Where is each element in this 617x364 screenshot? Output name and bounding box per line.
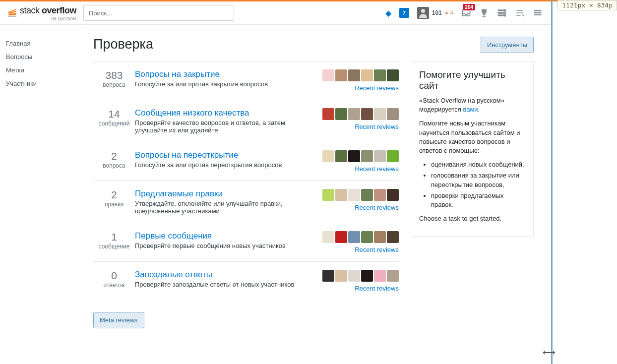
svg-rect-4 bbox=[534, 14, 542, 16]
queue-count: 14 bbox=[93, 108, 135, 120]
reviewer-avatar[interactable] bbox=[322, 189, 334, 201]
user-avatar-icon bbox=[417, 7, 429, 19]
reviewer-avatar[interactable] bbox=[361, 108, 373, 120]
queue-title-link[interactable]: Предлагаемые правки bbox=[135, 189, 223, 198]
queue-count-unit: правки bbox=[93, 201, 135, 208]
reviewer-avatar[interactable] bbox=[322, 108, 334, 120]
queue-description: Проверяйте запоздалые ответы от новых уч… bbox=[135, 281, 309, 288]
queue-description: Голосуйте за или против закрытия вопросо… bbox=[135, 80, 309, 88]
reviewer-avatar[interactable] bbox=[387, 231, 399, 243]
reviewer-avatar[interactable] bbox=[374, 108, 386, 120]
search-input[interactable] bbox=[83, 5, 234, 21]
recent-reviews-link[interactable]: Recent reviews bbox=[355, 204, 399, 211]
nav-users[interactable]: Участники bbox=[6, 77, 81, 90]
queue-title-link[interactable]: Сообщения низкого качества bbox=[135, 108, 249, 118]
queue-title-link[interactable]: Первые сообщения bbox=[135, 231, 212, 241]
inbox-icon[interactable]: 204 bbox=[461, 8, 471, 18]
user-profile-link[interactable]: 101 ● 4 bbox=[417, 7, 453, 19]
reviewer-avatar[interactable] bbox=[387, 150, 399, 162]
reviewer-avatar[interactable] bbox=[348, 69, 360, 81]
reviewer-avatar[interactable] bbox=[361, 150, 373, 162]
help-icon[interactable] bbox=[497, 8, 507, 18]
svg-rect-2 bbox=[534, 10, 542, 11]
achievements-icon[interactable] bbox=[479, 8, 489, 18]
sidebar-bullet: проверки предлагаемых правок. bbox=[431, 191, 525, 209]
list-icon[interactable] bbox=[533, 8, 543, 18]
help-sidebar: Помогите улучшить сайт «Stack Overflow н… bbox=[411, 61, 534, 237]
recent-reviews-link[interactable]: Recent reviews bbox=[355, 165, 399, 173]
reviewer-avatar[interactable] bbox=[374, 189, 386, 201]
reviewer-avatar[interactable] bbox=[361, 189, 373, 201]
reviewer-avatar[interactable] bbox=[322, 150, 334, 162]
queue-description: Проверяйте первые сообщения новых участн… bbox=[135, 242, 309, 249]
queue-title-link[interactable]: Вопросы на переоткрытие bbox=[135, 150, 238, 160]
logo-icon bbox=[7, 5, 18, 17]
review-queue-item: 2 правки Предлагаемые правки Утверждайте… bbox=[93, 181, 399, 223]
reviewer-avatar[interactable] bbox=[335, 231, 347, 243]
review-queue-item: 0 ответов Запоздалые ответы Проверяйте з… bbox=[93, 261, 399, 300]
sidebar-bullet: оценивания новых сообщений, bbox=[431, 160, 525, 169]
reviewer-avatar[interactable] bbox=[322, 69, 334, 81]
reviewer-avatar[interactable] bbox=[374, 150, 386, 162]
reviewer-avatar[interactable] bbox=[348, 108, 360, 120]
se-icon[interactable] bbox=[515, 8, 525, 18]
reviewer-avatar[interactable] bbox=[335, 150, 347, 162]
queue-count: 383 bbox=[93, 69, 135, 81]
site-logo[interactable]: stack overflow на русском bbox=[0, 5, 83, 21]
reviewer-avatar[interactable] bbox=[348, 189, 360, 201]
svg-point-0 bbox=[421, 9, 425, 13]
review-queue-item: 383 вопроса Вопросы на закрытие Голосуйт… bbox=[93, 61, 399, 100]
reviewer-avatar[interactable] bbox=[335, 69, 347, 81]
queue-title-link[interactable]: Запоздалые ответы bbox=[135, 270, 212, 279]
queue-description: Голосуйте за или против переоткрытия воп… bbox=[135, 161, 309, 169]
queue-count: 1 bbox=[93, 231, 135, 243]
queue-description: Утверждайте, отклоняйте или улучшайте пр… bbox=[135, 200, 309, 215]
reviewer-avatar[interactable] bbox=[361, 69, 373, 81]
reviewer-avatar[interactable] bbox=[374, 231, 386, 243]
reviewer-avatar[interactable] bbox=[322, 231, 334, 243]
svg-point-1 bbox=[503, 14, 506, 17]
reviewer-avatar[interactable] bbox=[361, 231, 373, 243]
reviewer-avatar[interactable] bbox=[348, 270, 360, 282]
svg-rect-3 bbox=[534, 12, 542, 13]
sidebar-bullet: голосования за закрытие или переоткрытие… bbox=[431, 171, 525, 189]
queue-count-unit: сообщений bbox=[93, 120, 135, 127]
reviewer-avatar[interactable] bbox=[348, 150, 360, 162]
reviewer-avatar[interactable] bbox=[335, 189, 347, 201]
queue-title-link[interactable]: Вопросы на закрытие bbox=[135, 69, 220, 79]
queue-count: 0 bbox=[93, 270, 135, 282]
reviewer-avatar[interactable] bbox=[335, 270, 347, 282]
logo-text: stack overflow bbox=[20, 5, 76, 16]
reviewer-avatar[interactable] bbox=[387, 270, 399, 282]
recent-reviews-link[interactable]: Recent reviews bbox=[355, 285, 399, 292]
page-title: Проверка bbox=[93, 37, 153, 52]
nav-home[interactable]: Главная bbox=[6, 37, 81, 50]
reviewer-avatar[interactable] bbox=[335, 108, 347, 120]
queue-count: 2 bbox=[93, 189, 135, 201]
left-sidebar: Главная Вопросы Метки Участники bbox=[0, 25, 81, 362]
review-queue-item: 2 вопроса Вопросы на переоткрытие Голосу… bbox=[93, 142, 399, 181]
reviewer-avatar[interactable] bbox=[322, 270, 334, 282]
logo-subtitle: на русском bbox=[51, 16, 76, 21]
nav-questions[interactable]: Вопросы bbox=[6, 50, 81, 63]
recent-reviews-link[interactable]: Recent reviews bbox=[355, 123, 399, 130]
reviewer-avatar[interactable] bbox=[387, 69, 399, 81]
sidebar-you-link[interactable]: вами bbox=[463, 106, 478, 113]
review-count-badge[interactable]: 7 bbox=[399, 8, 409, 18]
reviewer-avatar[interactable] bbox=[374, 69, 386, 81]
queue-description: Проверяйте качество вопросов и ответов, … bbox=[135, 119, 309, 134]
queue-count: 2 bbox=[93, 150, 135, 162]
reviewer-avatar[interactable] bbox=[361, 270, 373, 282]
reviewer-avatar[interactable] bbox=[387, 108, 399, 120]
recent-reviews-link[interactable]: Recent reviews bbox=[355, 246, 399, 253]
sidebar-title: Помогите улучшить сайт bbox=[419, 69, 525, 91]
tools-button[interactable]: Инструменты bbox=[481, 37, 534, 53]
reviewer-avatar[interactable] bbox=[374, 270, 386, 282]
reviewer-avatar[interactable] bbox=[387, 189, 399, 201]
recent-reviews-link[interactable]: Recent reviews bbox=[355, 84, 399, 92]
reviewer-avatar[interactable] bbox=[348, 231, 360, 243]
reputation-score: 101 bbox=[432, 9, 442, 16]
diamond-icon[interactable]: ◆ bbox=[385, 8, 391, 18]
meta-reviews-button[interactable]: Meta reviews bbox=[93, 312, 144, 328]
nav-tags[interactable]: Метки bbox=[6, 63, 81, 77]
